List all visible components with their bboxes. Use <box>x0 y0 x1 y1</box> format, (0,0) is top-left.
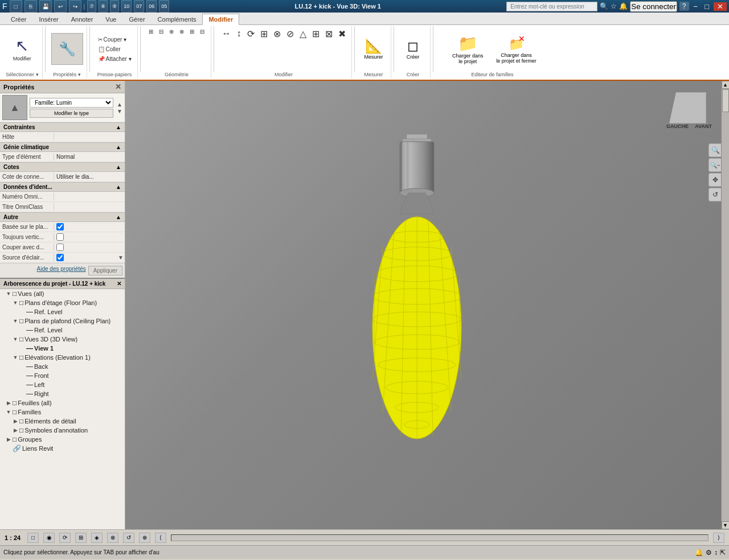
qa-icon1[interactable]: □ <box>10 0 22 13</box>
navcube-top-face[interactable] <box>669 92 706 123</box>
modify-type-button[interactable]: Modifier le type <box>30 109 113 118</box>
aide-proprietes-link[interactable]: Aide des propriétés <box>37 266 86 275</box>
status-btn2[interactable]: ◉ <box>43 533 55 543</box>
search-icon[interactable]: 🔍 <box>600 2 608 10</box>
status-btn8[interactable]: ⊕ <box>139 533 150 543</box>
elevations-expand[interactable]: ▼ <box>11 353 19 361</box>
properties-close-button[interactable]: ✕ <box>115 83 121 91</box>
help-icon[interactable]: ? <box>679 2 689 11</box>
zoom-in-button[interactable]: 🔍 <box>708 143 722 157</box>
tab-creer[interactable]: Créer <box>5 14 33 24</box>
geo-btn6[interactable]: ⊟ <box>198 27 207 36</box>
tree-feuilles[interactable]: ▶ □ Feuilles (all) <box>0 398 125 407</box>
geo-btn4[interactable]: ⊗ <box>177 27 186 36</box>
mod-btn1[interactable]: ↔ <box>220 27 234 40</box>
family-dropdown[interactable]: Famille: Lumin <box>30 98 113 108</box>
tree-elements-detail[interactable]: ▶ □ Eléments de détail <box>0 417 125 426</box>
section-contraintes[interactable]: Contraintes ▲ <box>0 122 125 132</box>
ceiling-plan-expand[interactable]: ▼ <box>11 317 19 325</box>
navcube-front-label[interactable]: AVANT <box>695 123 712 129</box>
elements-expand[interactable]: ▶ <box>11 417 19 425</box>
qa-icon3[interactable]: 💾 <box>39 0 52 13</box>
connect-button[interactable]: Se connecter <box>630 1 677 12</box>
properties-thumbnail[interactable]: 🔧 <box>51 33 83 65</box>
status-btn-right[interactable]: ⟩ <box>713 533 724 543</box>
pan-button[interactable]: ✥ <box>708 173 722 187</box>
qa-num7[interactable]: 05 <box>159 0 169 13</box>
geo-btn2[interactable]: ⊟ <box>157 27 166 36</box>
status-btn7[interactable]: ↺ <box>123 533 134 543</box>
mod-btn2[interactable]: ↕ <box>235 27 244 40</box>
base-plan-checkbox[interactable] <box>56 223 64 230</box>
couper-avec-checkbox[interactable] <box>56 244 64 251</box>
coller-button[interactable]: 📋 Coller <box>96 45 123 53</box>
qa-num4[interactable]: 10 <box>121 0 132 13</box>
mod-btn7[interactable]: △ <box>297 27 309 40</box>
tab-vue[interactable]: Vue <box>99 14 122 24</box>
section-donnees[interactable]: Données d'ident... ▲ <box>0 182 125 192</box>
tab-gerer[interactable]: Gérer <box>122 14 151 24</box>
viewport-vscroll[interactable]: ▲ ▼ <box>721 81 729 529</box>
tab-complements[interactable]: Compléments <box>151 14 203 24</box>
mod-btn10[interactable]: ✖ <box>336 27 348 40</box>
tree-symboles[interactable]: ▶ □ Symboles d'annotation <box>0 426 125 435</box>
tree-view1[interactable]: ▶ — View 1 <box>0 344 125 353</box>
bottom-icon3[interactable]: ↕ <box>714 549 718 557</box>
couper-button[interactable]: ✂ Couper ▾ <box>96 35 129 44</box>
charger-fermer-button[interactable]: 📁✕ Charger dansle projet et fermer <box>493 32 540 66</box>
geo-btn1[interactable]: ⊞ <box>146 27 155 36</box>
tree-ref-level-ceiling[interactable]: ▶ — Ref. Level <box>0 326 125 335</box>
tree-3d-views[interactable]: ▼ □ Vues 3D (3D View) <box>0 335 125 344</box>
qa-icon5[interactable]: ↪ <box>69 0 81 13</box>
status-hscroll[interactable] <box>171 534 708 541</box>
qa-num3[interactable]: ⑨ <box>110 0 119 13</box>
tab-modifier[interactable]: Modifier <box>202 14 239 25</box>
qa-num5[interactable]: 07 <box>134 0 144 13</box>
section-cotes[interactable]: Cotes ▲ <box>0 162 125 172</box>
status-btn1[interactable]: □ <box>27 533 39 543</box>
status-btn9[interactable]: ⟨ <box>155 533 166 543</box>
navcube-left-label[interactable]: GAUCHE <box>666 123 689 129</box>
qa-num2[interactable]: ⑧ <box>99 0 108 13</box>
3d-views-expand[interactable]: ▼ <box>11 335 19 343</box>
zoom-out-button[interactable]: 🔍− <box>708 158 722 172</box>
feuilles-expand[interactable]: ▶ <box>5 399 13 407</box>
qa-icon4[interactable]: ↩ <box>54 0 67 13</box>
star-icon[interactable]: ☆ <box>611 2 617 10</box>
floor-plan-expand[interactable]: ▼ <box>11 299 19 307</box>
tree-right[interactable]: ▶ — Right <box>0 389 125 398</box>
qa-icon2[interactable]: ⎘ <box>24 0 37 13</box>
tree-liens-revit[interactable]: ▶ 🔗 Liens Revit <box>0 444 125 453</box>
bottom-icon4[interactable]: ⇱ <box>720 549 726 557</box>
vues-all-expand[interactable]: ▼ <box>5 290 13 298</box>
bell-icon[interactable]: 🔔 <box>619 2 628 10</box>
tree-floor-plan[interactable]: ▼ □ Plans d'étage (Floor Plan) <box>0 298 125 307</box>
tree-groupes[interactable]: ▶ □ Groupes <box>0 435 125 444</box>
mod-btn9[interactable]: ⊠ <box>323 27 335 40</box>
navcube[interactable]: GAUCHE AVANT <box>666 92 712 138</box>
tree-front[interactable]: ▶ — Front <box>0 371 125 380</box>
tab-inserer[interactable]: Insérer <box>33 14 65 24</box>
scroll-up-icon[interactable]: ▲ <box>117 101 122 108</box>
tree-elevations[interactable]: ▼ □ Elévations (Elevation 1) <box>0 353 125 362</box>
geo-btn5[interactable]: ⊞ <box>187 27 196 36</box>
geo-btn3[interactable]: ⊕ <box>167 27 176 36</box>
attacher-button[interactable]: 📌 Attacher ▾ <box>96 55 134 63</box>
familles-expand[interactable]: ▼ <box>5 408 13 416</box>
tree-ref-level-floor[interactable]: ▶ — Ref. Level <box>0 307 125 316</box>
tree-back[interactable]: ▶ — Back <box>0 362 125 371</box>
source-eclair-checkbox[interactable] <box>56 254 64 261</box>
mod-btn5[interactable]: ⊗ <box>271 27 283 40</box>
minimize-button[interactable]: − <box>691 2 701 11</box>
creer-btn[interactable]: ◻ Créer <box>402 36 424 62</box>
qa-num6[interactable]: 06 <box>146 0 157 13</box>
apply-button[interactable]: Appliquer <box>88 266 122 275</box>
groupes-expand[interactable]: ▶ <box>5 435 13 443</box>
bottom-icon1[interactable]: 🔔 <box>695 549 703 557</box>
vscroll-down[interactable]: ▼ <box>722 521 730 529</box>
maximize-button[interactable]: □ <box>702 2 711 11</box>
tab-annoter[interactable]: Annoter <box>65 14 100 24</box>
section-genie[interactable]: Génie climatique ▲ <box>0 142 125 152</box>
search-input[interactable] <box>506 2 597 11</box>
bottom-icon2[interactable]: ⚙ <box>706 549 712 557</box>
